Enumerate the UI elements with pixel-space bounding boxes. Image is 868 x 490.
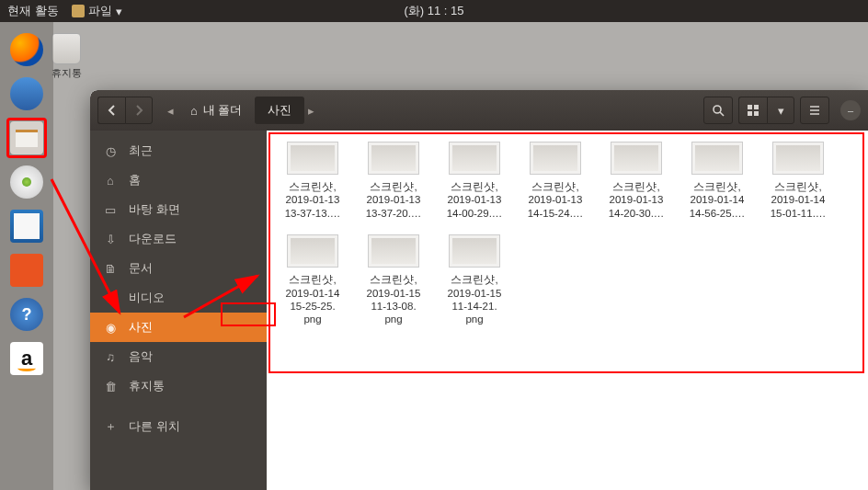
sidebar-item-label: 다른 위치 <box>129 418 180 435</box>
desktop-trash[interactable]: 휴지통 <box>48 33 85 80</box>
path-prev-icon[interactable]: ◂ <box>167 104 174 118</box>
dock-libreoffice[interactable] <box>6 206 47 246</box>
clock[interactable]: (화) 11 : 15 <box>404 3 463 19</box>
file-thumbnail <box>530 142 581 175</box>
pictures-icon: ◉ <box>103 321 118 335</box>
content-area[interactable]: 스크린샷,2019-01-1313-37-13.…스크린샷,2019-01-13… <box>267 131 868 490</box>
file-item[interactable]: 스크린샷,2019-01-1415-01-11.… <box>761 138 835 223</box>
forward-icon <box>133 105 144 116</box>
sidebar-item-other[interactable]: ＋다른 위치 <box>90 412 267 441</box>
file-label-line: 2019-01-13 <box>286 193 340 206</box>
file-label-line: 스크린샷, <box>531 180 578 193</box>
file-label-line: png <box>384 313 402 325</box>
sidebar-item-recent[interactable]: ◷최근 <box>90 136 267 165</box>
sidebar-item-label: 최근 <box>129 142 153 159</box>
sidebar-item-label: 비디오 <box>129 290 165 306</box>
file-item[interactable]: 스크린샷,2019-01-1313-37-20.… <box>357 138 430 223</box>
file-item[interactable]: 스크린샷,2019-01-1414-56-25.… <box>680 138 754 223</box>
path-next-icon[interactable]: ▸ <box>308 104 314 118</box>
sidebar-item-music[interactable]: ♫음악 <box>90 342 267 371</box>
firefox-icon <box>10 33 43 66</box>
hamburger-icon <box>808 104 821 117</box>
file-thumbnail <box>449 142 500 175</box>
top-panel: 현재 활동 파일 ▾ (화) 11 : 15 <box>0 0 868 22</box>
file-label-line: 2019-01-15 <box>448 287 502 300</box>
rhythmbox-icon <box>10 165 43 199</box>
file-item[interactable]: 스크린샷,2019-01-1313-37-13.… <box>276 138 349 223</box>
view-group: ▾ <box>738 97 794 124</box>
help-icon: ? <box>10 298 43 331</box>
thunderbird-icon <box>10 77 43 110</box>
svg-rect-3 <box>754 105 759 109</box>
search-icon <box>712 104 725 117</box>
file-thumbnail <box>449 234 500 268</box>
sidebar-item-label: 문서 <box>129 260 153 277</box>
path-home-label: 내 폴더 <box>203 102 243 119</box>
path-current-label: 사진 <box>268 102 291 119</box>
svg-point-0 <box>714 106 721 113</box>
path-home[interactable]: ⌂ 내 폴더 <box>177 97 255 124</box>
music-icon: ♫ <box>103 350 118 364</box>
file-label-line: 스크린샷, <box>451 180 497 193</box>
view-menu-button[interactable]: ▾ <box>767 97 794 124</box>
dock-amazon[interactable]: a <box>6 338 47 379</box>
dock-firefox[interactable] <box>6 29 47 70</box>
sidebar-item-documents[interactable]: 🗎문서 <box>90 254 267 283</box>
view-grid-button[interactable] <box>738 97 767 124</box>
file-label-line: 2019-01-13 <box>610 193 664 206</box>
software-icon <box>10 254 43 287</box>
file-thumbnail <box>368 142 419 175</box>
minimize-button[interactable]: – <box>840 100 861 120</box>
svg-rect-4 <box>748 111 752 116</box>
sidebar-item-label: 사진 <box>129 319 153 336</box>
back-icon <box>107 105 118 116</box>
dock-files[interactable] <box>6 118 47 158</box>
file-thumbnail <box>287 234 338 268</box>
file-label-line: 15-25-25. <box>290 300 335 313</box>
file-label-line: 2019-01-15 <box>367 287 421 300</box>
dock-software[interactable] <box>6 250 47 291</box>
app-menu-label: 파일 <box>88 3 112 19</box>
files-grid: 스크린샷,2019-01-1313-37-13.…스크린샷,2019-01-13… <box>276 138 859 330</box>
file-label-line: 스크린샷, <box>289 180 336 193</box>
sidebar-item-desktop[interactable]: ▭바탕 화면 <box>90 195 267 224</box>
titlebar: ◂ ⌂ 내 폴더 사진 ▸ ▾ – <box>90 90 868 131</box>
file-item[interactable]: 스크린샷,2019-01-1511-14-21.png <box>438 231 511 330</box>
file-label-line: 2019-01-13 <box>529 193 583 206</box>
file-item[interactable]: 스크린샷,2019-01-1314-00-29.… <box>438 138 511 223</box>
hamburger-button[interactable] <box>800 97 829 124</box>
path-current[interactable]: 사진 <box>255 97 304 124</box>
file-item[interactable]: 스크린샷,2019-01-1314-15-24.… <box>519 138 592 223</box>
sidebar-item-downloads[interactable]: ⇩다운로드 <box>90 224 267 254</box>
file-label-line: 14-00-29.… <box>447 207 503 220</box>
dock-rhythmbox[interactable] <box>6 162 47 202</box>
files-icon <box>10 121 43 154</box>
forward-button[interactable] <box>125 97 153 124</box>
app-menu[interactable]: 파일 ▾ <box>72 3 122 19</box>
search-button[interactable] <box>703 97 733 124</box>
sidebar-item-videos[interactable]: ▸비디오 <box>90 283 267 313</box>
file-label-line: 스크린샷, <box>370 273 417 286</box>
sidebar-item-trash[interactable]: 🗑휴지통 <box>90 371 267 401</box>
libreoffice-icon <box>10 210 43 243</box>
file-item[interactable]: 스크린샷,2019-01-1314-20-30.… <box>600 138 673 223</box>
file-label-line: 스크린샷, <box>774 180 821 193</box>
file-item[interactable]: 스크린샷,2019-01-1511-13-08.png <box>357 231 430 330</box>
sidebar-item-label: 바탕 화면 <box>129 201 180 218</box>
activities-button[interactable]: 현재 활동 <box>7 3 59 19</box>
file-thumbnail <box>287 142 338 175</box>
file-label-line: 2019-01-14 <box>286 287 340 300</box>
other-icon: ＋ <box>103 418 118 435</box>
sidebar-item-home[interactable]: ⌂홈 <box>90 165 267 195</box>
chevron-down-icon: ▾ <box>116 5 122 18</box>
dock-thunderbird[interactable] <box>6 74 47 114</box>
file-label-line: 15-01-11.… <box>771 207 827 220</box>
file-thumbnail <box>691 142 743 175</box>
file-item[interactable]: 스크린샷,2019-01-1415-25-25.png <box>276 231 349 330</box>
sidebar-item-pictures[interactable]: ◉사진 <box>90 313 267 342</box>
dock-help[interactable]: ? <box>6 294 47 335</box>
recent-icon: ◷ <box>103 144 118 158</box>
downloads-icon: ⇩ <box>103 233 118 246</box>
back-button[interactable] <box>97 97 125 124</box>
home-icon: ⌂ <box>103 174 118 188</box>
